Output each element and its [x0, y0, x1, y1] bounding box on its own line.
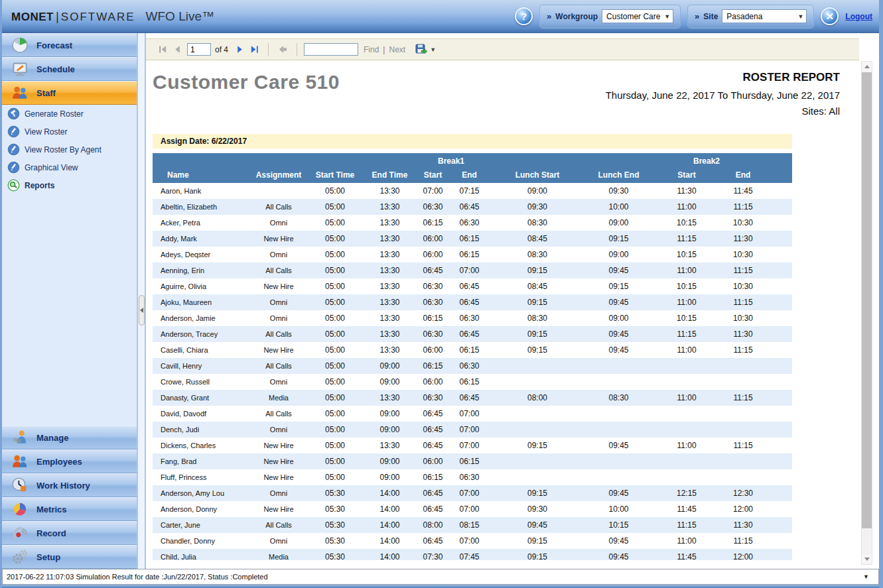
table-row: Aaron, Hank 05:00 13:30 07:00 07:15 09:0…: [153, 183, 792, 199]
find-next-divider: |: [383, 45, 385, 54]
table-row: Carter, June All Calls 05:30 14:00 08:00…: [153, 517, 792, 533]
report-search-input[interactable]: [304, 43, 358, 56]
cell-blank: [763, 549, 792, 560]
cell-lunch-end: 09:45: [587, 342, 650, 358]
column-header-break1-end: End: [451, 166, 488, 183]
close-icon[interactable]: ✕: [821, 7, 839, 25]
first-page-button[interactable]: [155, 42, 170, 57]
column-header-name: Name: [153, 166, 252, 183]
first-page-icon: [158, 44, 168, 54]
sidebar-divider: [137, 33, 146, 569]
cell-lunch-start: 08:30: [488, 247, 587, 263]
cell-break1-start: 06:45: [415, 438, 451, 453]
sidebar-spacer: [2, 194, 137, 426]
sidebar-item-forecast[interactable]: Forecast: [2, 33, 137, 57]
logout-link[interactable]: Logout: [845, 12, 872, 21]
cell-end-time: 09:00: [365, 358, 415, 374]
cell-break2-start: 11:45: [650, 549, 723, 560]
cell-lunch-start: [488, 469, 587, 485]
cell-assignment: Media: [252, 549, 305, 560]
next-page-button[interactable]: [232, 42, 247, 57]
column-header-break2-end: End: [723, 166, 763, 183]
prev-page-button[interactable]: [170, 42, 184, 57]
workgroup-select[interactable]: Customer Care ▼: [602, 9, 673, 23]
cell-lunch-end: 09:45: [587, 533, 650, 549]
last-page-button[interactable]: [247, 42, 261, 57]
sidebar-item-setup[interactable]: Setup: [2, 545, 137, 569]
cell-break2-start: 11:00: [650, 438, 723, 453]
cell-assignment: New Hire: [252, 469, 305, 485]
find-button[interactable]: Find: [364, 45, 379, 54]
cell-start-time: 05:00: [305, 390, 365, 406]
cell-end-time: 14:00: [365, 533, 415, 549]
cell-break2-end: [723, 374, 763, 390]
roster-table-body: Aaron, Hank 05:00 13:30 07:00 07:15 09:0…: [153, 183, 792, 560]
clock-icon: [11, 477, 29, 494]
workgroup-group: » Workgroup Customer Care ▼: [539, 5, 681, 29]
page-number-input[interactable]: [187, 43, 211, 56]
table-row: Fang, Brad New Hire 05:00 09:00 06:00 06…: [153, 453, 792, 469]
site-label: Site: [703, 12, 718, 21]
scroll-up-button[interactable]: [862, 62, 872, 72]
sidebar-item-reports[interactable]: Reports: [2, 176, 137, 194]
table-row: Crowe, Russell Omni 05:00 09:00 06:00 06…: [153, 374, 792, 390]
sidebar-item-metrics[interactable]: Metrics: [2, 497, 137, 521]
cell-start-time: 05:00: [305, 247, 365, 263]
report-viewport: Customer Care 510 ROSTER REPORT Thursday…: [146, 60, 859, 560]
status-bar-combobox[interactable]: 2017-06-22 11:07:03 Simulation Result fo…: [2, 569, 879, 585]
cell-lunch-start: [488, 453, 587, 469]
cell-name: Aenning, Erin: [153, 263, 252, 278]
next-result-button[interactable]: Next: [389, 45, 405, 54]
site-select[interactable]: Pasadena ▼: [722, 9, 807, 23]
sidebar-item-graphical-view[interactable]: Graphical View: [2, 158, 137, 176]
column-header-assignment: Assignment: [252, 166, 305, 183]
scrollbar-thumb[interactable]: [862, 72, 872, 528]
monitor-brush-icon: [11, 60, 29, 78]
help-icon[interactable]: ?: [515, 7, 533, 25]
site-group: » Site Pasadena ▼: [687, 5, 814, 29]
sidebar-item-schedule[interactable]: Schedule: [2, 57, 137, 81]
cell-assignment: Media: [252, 390, 305, 406]
cell-break2-start: [650, 374, 723, 390]
group-header-break2: Break2: [650, 153, 763, 166]
sidebar-item-staff[interactable]: Staff: [2, 81, 137, 105]
phone-icon: [11, 524, 29, 542]
cell-end-time: 13:30: [365, 215, 415, 231]
cell-lunch-start: 09:30: [488, 501, 587, 517]
sidebar-collapse-handle[interactable]: [139, 295, 145, 325]
sidebar-item-view-roster[interactable]: View Roster: [2, 123, 137, 141]
sidebar-item-view-roster-by-agent[interactable]: View Roster By Agent: [2, 141, 137, 158]
prev-page-icon: [172, 44, 182, 54]
back-to-parent-button[interactable]: [275, 42, 290, 57]
sidebar-item-generate-roster[interactable]: Generate Roster: [2, 105, 137, 123]
sidebar-item-manage[interactable]: Manage: [2, 426, 137, 449]
cell-lunch-start: [488, 374, 587, 390]
cell-break2-start: 11:00: [650, 199, 723, 215]
workgroup-label: Workgroup: [555, 12, 598, 21]
cell-lunch-start: 09:00: [488, 183, 587, 199]
sidebar-item-employees[interactable]: Employees: [2, 449, 137, 473]
cell-lunch-start: 08:45: [488, 278, 587, 294]
sidebar-item-label: Setup: [36, 552, 60, 562]
table-row: Abeltin, Elizabeth All Calls 05:00 13:30…: [153, 199, 792, 215]
sidebar-item-work-history[interactable]: Work History: [2, 473, 137, 497]
product-name: WFO Live™: [146, 9, 214, 24]
cell-start-time: 05:00: [305, 469, 365, 485]
cell-break2-end: 11:15: [723, 294, 763, 310]
cell-break1-end: 06:15: [451, 453, 488, 469]
cell-break1-end: 07:00: [451, 263, 488, 278]
column-header-break2-start: Start: [650, 166, 723, 183]
report-page: Customer Care 510 ROSTER REPORT Thursday…: [146, 60, 840, 560]
cell-name: Addy, Mark: [153, 231, 252, 247]
cell-assignment: New Hire: [252, 501, 305, 517]
cell-break1-start: 07:00: [415, 183, 451, 199]
sidebar-item-label: Forecast: [36, 40, 72, 50]
dropdown-caret-icon: ▼: [797, 13, 803, 20]
scroll-down-button[interactable]: [862, 554, 872, 564]
sidebar-item-record[interactable]: Record: [2, 521, 137, 545]
cell-lunch-start: 08:30: [488, 215, 587, 231]
vertical-scrollbar[interactable]: [861, 61, 872, 565]
export-button[interactable]: ▼: [415, 43, 436, 56]
cell-blank: [763, 326, 792, 342]
cell-blank: [763, 438, 792, 453]
